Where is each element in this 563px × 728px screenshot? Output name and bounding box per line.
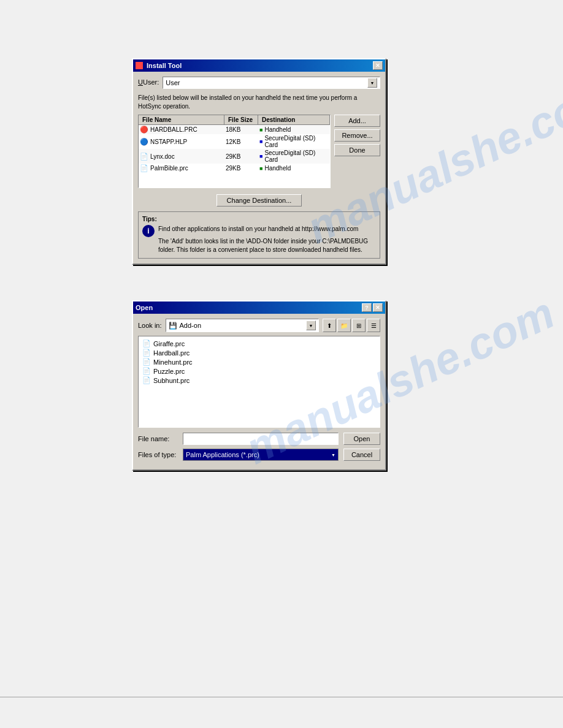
add-button[interactable]: Add... (334, 115, 380, 127)
file-name-0: HARDBALL.PRC (150, 126, 197, 133)
file-icon-1: 🔵 (140, 138, 148, 146)
file-name-cell-3: 📄 PalmBible.prc (140, 164, 226, 172)
browser-file-0: Giraffe.prc (153, 340, 185, 347)
file-name-3: PalmBible.prc (150, 165, 188, 172)
filetype-label: Files of type: (138, 451, 178, 458)
install-info-text: File(s) listed below will be installed o… (138, 94, 380, 111)
filetype-arrow[interactable]: ▼ (331, 453, 335, 457)
dest-text-0: Handheld (264, 126, 291, 133)
lookin-icon: 💾 (169, 322, 177, 330)
open-dialog-title-text: Open (136, 304, 153, 311)
file-name-cell-0: 🔴 HARDBALL.PRC (140, 126, 226, 134)
list-item[interactable]: 📄 Puzzle.prc (141, 366, 377, 376)
open-dialog: Open ? ✕ Look in: 💾 Add-on ▼ ⬆ 📁 ⊞ ☰ (132, 300, 386, 471)
toolbar-btn-up[interactable]: ⬆ (323, 319, 336, 332)
file-name-2: Lynx.doc (150, 153, 175, 160)
file-dest-3: ■ Handheld (259, 165, 329, 172)
file-browser: 📄 Giraffe.prc 📄 Hardball.prc 📄 Minehunt.… (138, 336, 380, 428)
browser-icon-3: 📄 (142, 367, 151, 375)
open-dialog-controls: ? ✕ (362, 303, 383, 312)
file-list-header: File Name File Size Destination (139, 115, 330, 125)
file-dest-1: ■ SecureDigital (SD) Card (259, 135, 329, 148)
info-icon: i (142, 225, 155, 237)
bottom-divider (0, 697, 563, 697)
cancel-button[interactable]: Cancel (343, 449, 380, 461)
file-name-1: NSTAPP.HLP (150, 138, 187, 145)
file-icon-2: 📄 (140, 153, 148, 161)
dest-icon-0: ■ (259, 127, 262, 133)
install-close-button[interactable]: ✕ (373, 61, 383, 70)
filename-row: File name: Open (138, 433, 380, 445)
col-header-filesize[interactable]: File Size (224, 115, 258, 124)
user-combo-arrow[interactable]: ▼ (367, 78, 377, 88)
open-button[interactable]: Open (343, 433, 380, 445)
toolbar-btn-list[interactable]: ☰ (367, 319, 380, 332)
lookin-arrow[interactable]: ▼ (306, 320, 316, 330)
table-row[interactable]: 🔵 NSTAPP.HLP 12KB ■ SecureDigital (SD) C… (139, 134, 330, 149)
open-toolbar: ⬆ 📁 ⊞ ☰ (323, 319, 380, 332)
install-dialog-controls: ✕ (373, 61, 383, 70)
col-header-destination[interactable]: Destination (258, 115, 330, 124)
open-dialog-body: Look in: 💾 Add-on ▼ ⬆ 📁 ⊞ ☰ 📄 Giraffe.pr… (133, 314, 385, 469)
table-row[interactable]: 📄 PalmBible.prc 29KB ■ Handheld (139, 164, 330, 173)
filename-label: File name: (138, 435, 178, 442)
lookin-label: Look in: (138, 322, 162, 329)
browser-icon-1: 📄 (142, 349, 151, 357)
install-sidebar-buttons: Add... Remove... Done (334, 115, 380, 188)
file-size-3: 29KB (226, 165, 259, 172)
list-item[interactable]: 📄 Hardball.prc (141, 348, 377, 357)
open-close-button[interactable]: ✕ (373, 303, 383, 312)
tips-text-2: The 'Add' button looks list in the \ADD-… (158, 237, 376, 254)
install-dialog-body: UUser: User ▼ File(s) listed below will … (133, 72, 385, 264)
toolbar-btn-folder[interactable]: 📁 (337, 319, 351, 332)
install-tool-dialog: Install Tool ✕ UUser: User ▼ File(s) lis… (132, 58, 386, 265)
file-icon-3: 📄 (140, 164, 148, 172)
remove-button[interactable]: Remove... (334, 129, 380, 142)
col-header-filename[interactable]: File Name (139, 115, 224, 124)
table-row[interactable]: 📄 Lynx.doc 29KB ■ SecureDigital (SD) Car… (139, 149, 330, 164)
user-label: UUser: (138, 78, 159, 86)
done-button[interactable]: Done (334, 144, 380, 156)
filetype-row: Files of type: Palm Applications (*.prc)… (138, 449, 380, 461)
open-dialog-titlebar: Open ? ✕ (133, 301, 385, 314)
dest-text-1: SecureDigital (SD) Card (264, 135, 329, 148)
tips-box: Tips: i Find other applications to insta… (138, 211, 380, 259)
lookin-value: Add-on (180, 322, 304, 329)
browser-icon-2: 📄 (142, 358, 151, 366)
user-row: UUser: User ▼ (138, 77, 380, 89)
filetype-combo[interactable]: Palm Applications (*.prc) ▼ (183, 449, 339, 461)
file-icon-0: 🔴 (140, 126, 148, 134)
list-item[interactable]: 📄 Minehunt.prc (141, 357, 377, 366)
lookin-row: Look in: 💾 Add-on ▼ ⬆ 📁 ⊞ ☰ (138, 319, 380, 332)
file-list: File Name File Size Destination 🔴 HARDBA… (138, 115, 331, 188)
browser-icon-4: 📄 (142, 376, 151, 384)
lookin-combo[interactable]: 💾 Add-on ▼ (166, 319, 319, 332)
install-dialog-title: Install Tool (136, 62, 182, 69)
dest-text-3: Handheld (264, 165, 291, 172)
open-help-button[interactable]: ? (362, 303, 372, 312)
list-item[interactable]: 📄 Giraffe.prc (141, 339, 377, 348)
browser-file-2: Minehunt.prc (153, 358, 193, 366)
browser-file-1: Hardball.prc (153, 349, 190, 357)
file-dest-0: ■ Handheld (259, 126, 329, 133)
filetype-value: Palm Applications (*.prc) (186, 451, 259, 458)
browser-file-3: Puzzle.prc (153, 368, 185, 375)
dest-icon-3: ■ (259, 165, 262, 172)
tips-texts: Find other applications to install on yo… (158, 225, 376, 254)
user-combo[interactable]: User ▼ (163, 77, 380, 89)
dest-icon-1: ■ (259, 138, 262, 145)
file-size-2: 29KB (226, 153, 259, 160)
toolbar-btn-grid[interactable]: ⊞ (352, 319, 366, 332)
file-size-1: 12KB (226, 138, 259, 145)
user-combo-value: User (166, 79, 180, 86)
file-list-area: File Name File Size Destination 🔴 HARDBA… (138, 115, 380, 188)
install-dialog-title-text: Install Tool (147, 62, 182, 69)
open-dialog-title: Open (136, 304, 153, 311)
file-name-cell-1: 🔵 NSTAPP.HLP (140, 138, 226, 146)
dest-text-2: SecureDigital (SD) Card (264, 150, 329, 163)
list-item[interactable]: 📄 Subhunt.prc (141, 376, 377, 385)
change-destination-button[interactable]: Change Destination... (216, 194, 302, 207)
table-row[interactable]: 🔴 HARDBALL.PRC 18KB ■ Handheld (139, 125, 330, 134)
filename-input[interactable] (183, 433, 339, 445)
tips-content: i Find other applications to install on … (142, 225, 376, 254)
